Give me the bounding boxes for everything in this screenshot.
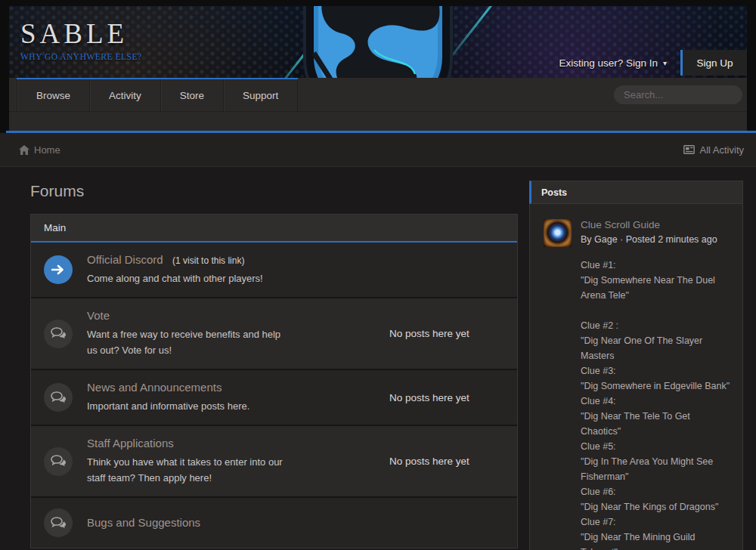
site-tagline: WHY GO ANYHWERE ELSE?	[20, 52, 142, 61]
home-icon	[19, 145, 29, 155]
site-title: SABLE	[20, 17, 142, 50]
forum-category-header: Main	[31, 215, 517, 243]
all-activity-link[interactable]: All Activity	[683, 144, 744, 156]
post-excerpt-line: "Dig Somewhere in Edgeville Bank"	[581, 379, 730, 394]
forum-icon-circle	[44, 383, 73, 412]
nav-search-area	[614, 78, 747, 111]
newspaper-icon	[683, 145, 695, 154]
breadcrumb-home[interactable]: Home	[19, 144, 60, 156]
forum-row-text: Bugs and Suggestions	[87, 516, 293, 530]
forum-title-link[interactable]: Staff Applications	[87, 437, 174, 450]
comments-icon	[51, 455, 66, 468]
forum-category-title: Main	[44, 222, 66, 233]
forum-row-text: News and Announcements Important and inf…	[87, 381, 293, 414]
secondary-bar	[9, 111, 747, 131]
content-area: Forums Main Official Discord (1 visit to…	[0, 167, 756, 550]
forum-title-link[interactable]: News and Announcements	[87, 381, 222, 394]
posts-widget-title: Posts	[541, 187, 567, 198]
forum-icon-circle	[44, 447, 73, 476]
forum-title-link[interactable]: Official Discord	[87, 253, 163, 266]
forum-row-vote[interactable]: Vote Want a free way to receive benefits…	[31, 297, 517, 369]
posts-sidebar: Posts Clue Scroll Guide By Gage · Posted…	[529, 181, 743, 550]
post-excerpt-line: Clue #5:	[581, 439, 730, 454]
main-navbar: Browse Activity Store Support	[9, 78, 747, 111]
clan-emblem-logo	[268, 6, 488, 78]
post-excerpt-line: "Dig Near The Kings of Dragons"	[581, 499, 730, 514]
sign-in-label: Existing user? Sign In	[559, 57, 658, 69]
site-header: SABLE WHY GO ANYHWERE ELSE? Existing use…	[9, 6, 747, 131]
forums-column: Forums Main Official Discord (1 visit to…	[30, 167, 518, 548]
forum-icon-circle	[44, 508, 73, 537]
forum-status: No posts here yet	[389, 392, 504, 403]
post-excerpt-line: "Dig Near The Mining Guild Teleport"	[581, 530, 730, 550]
header-banner: SABLE WHY GO ANYHWERE ELSE? Existing use…	[9, 6, 747, 78]
chevron-down-icon: ▾	[663, 59, 667, 67]
tab-browse[interactable]: Browse	[17, 79, 90, 111]
forum-description: Come along and chat with other players!	[87, 270, 293, 286]
post-excerpt-line: Clue #4:	[581, 394, 730, 409]
page-body: Home All Activity Forums Main	[0, 133, 756, 550]
tab-store[interactable]: Store	[161, 79, 224, 111]
post-excerpt[interactable]: Clue #1:"Dig Somewhere Near The Duel Are…	[581, 258, 730, 550]
post-excerpt-line: "Dig In The Area You Might See Fisherman…	[581, 454, 730, 484]
forums-panel: Main Official Discord (1 visit to this l…	[30, 214, 518, 548]
post-excerpt-line: "Dig Near One Of The Slayer Masters	[581, 333, 730, 363]
forum-row-bugs-suggestions[interactable]: Bugs and Suggestions	[31, 496, 517, 548]
breadcrumb: Home All Activity	[0, 133, 756, 167]
forum-visit-note: (1 visit to this link)	[172, 255, 244, 266]
search-box[interactable]	[614, 85, 742, 104]
posts-widget-body: Clue Scroll Guide By Gage · Posted 2 min…	[529, 204, 743, 550]
post-excerpt-line	[581, 303, 730, 318]
post-excerpt-line: "Dig Somewhere Near The Duel Arena Tele"	[581, 273, 730, 303]
search-input[interactable]	[624, 89, 756, 100]
post-meta: Clue Scroll Guide By Gage · Posted 2 min…	[581, 219, 717, 247]
post-title-link[interactable]: Clue Scroll Guide	[581, 219, 717, 230]
post-excerpt-line: Clue #1:	[581, 258, 730, 273]
page-title: Forums	[30, 182, 518, 200]
forum-row-text: Vote Want a free way to receive benefits…	[87, 309, 293, 358]
all-activity-label: All Activity	[699, 144, 744, 156]
nav-tabs: Browse Activity Store Support	[17, 78, 298, 111]
forum-row-news[interactable]: News and Announcements Important and inf…	[31, 369, 517, 425]
tab-activity[interactable]: Activity	[90, 79, 161, 111]
site-logo[interactable]: SABLE WHY GO ANYHWERE ELSE?	[20, 17, 142, 61]
external-link-circle	[44, 255, 73, 284]
forum-title-link[interactable]: Vote	[87, 309, 110, 322]
tab-support[interactable]: Support	[224, 79, 298, 111]
post-excerpt-line: Clue #2 :	[581, 318, 730, 333]
forum-row-official-discord[interactable]: Official Discord (1 visit to this link) …	[31, 243, 517, 297]
post-byline: By Gage · Posted 2 minutes ago	[581, 234, 717, 245]
forum-description: Think you have what it takes to enter in…	[87, 454, 293, 486]
posts-widget-header: Posts	[529, 181, 743, 204]
forum-description: Want a free way to receive benefits and …	[87, 326, 293, 358]
forum-row-text: Official Discord (1 visit to this link) …	[87, 253, 293, 286]
avatar[interactable]	[544, 219, 572, 247]
forum-row-staff-applications[interactable]: Staff Applications Think you have what i…	[31, 425, 517, 496]
forum-status: No posts here yet	[389, 456, 504, 467]
post-excerpt-line: Clue #3:	[581, 363, 730, 379]
post-excerpt-line: "Dig Near The Tele To Get Chaotics"	[581, 409, 730, 439]
sign-up-label: Sign Up	[696, 57, 733, 69]
post-header: Clue Scroll Guide By Gage · Posted 2 min…	[544, 219, 730, 247]
sign-up-button[interactable]: Sign Up	[680, 50, 747, 76]
forum-description: Important and informative posts here.	[87, 398, 293, 414]
breadcrumb-home-label: Home	[34, 144, 60, 156]
comments-icon	[51, 327, 66, 340]
comments-icon	[51, 517, 66, 530]
arrow-right-icon	[51, 264, 65, 276]
forum-status: No posts here yet	[389, 328, 504, 339]
sign-in-link[interactable]: Existing user? Sign In ▾	[559, 57, 667, 69]
forum-icon-circle	[44, 320, 73, 348]
post-excerpt-line: Clue #6:	[581, 484, 730, 499]
forum-title-link[interactable]: Bugs and Suggestions	[87, 516, 200, 529]
forum-row-text: Staff Applications Think you have what i…	[87, 437, 293, 486]
post-excerpt-line: Clue #7:	[581, 514, 730, 530]
auth-area: Existing user? Sign In ▾ Sign Up	[559, 50, 747, 76]
comments-icon	[51, 391, 66, 404]
